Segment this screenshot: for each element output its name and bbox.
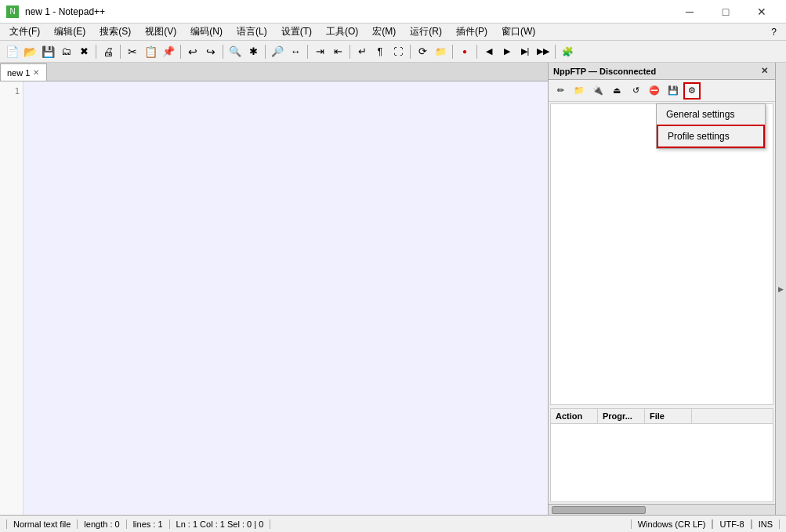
tb-outdent[interactable]: ⇤ bbox=[329, 43, 346, 60]
tb-indent[interactable]: ⇥ bbox=[311, 43, 328, 60]
status-encoding: UTF-8 bbox=[712, 519, 751, 529]
sep7 bbox=[350, 45, 350, 59]
expand-icon: ▶ bbox=[778, 285, 784, 293]
ftp-connect-btn[interactable]: 🔌 bbox=[589, 82, 607, 100]
tb-print[interactable]: 🖨 bbox=[100, 43, 117, 60]
menu-settings[interactable]: 设置(T) bbox=[275, 24, 318, 40]
tb-close[interactable]: ✖ bbox=[75, 43, 92, 60]
menu-encoding[interactable]: 编码(N) bbox=[184, 24, 229, 40]
status-line-ending: Windows (CR LF) bbox=[631, 519, 713, 529]
tb-filebrowser[interactable]: 📁 bbox=[432, 43, 449, 60]
tb-search[interactable]: 🔎 bbox=[269, 43, 286, 60]
sep11 bbox=[555, 45, 556, 59]
tab-close-btn[interactable]: ✕ bbox=[33, 68, 39, 77]
menu-file[interactable]: 文件(F) bbox=[3, 24, 46, 40]
sep3 bbox=[180, 45, 181, 59]
menu-help[interactable]: ? bbox=[765, 25, 783, 39]
menu-search[interactable]: 搜索(S) bbox=[93, 24, 137, 40]
tb-new[interactable]: 📄 bbox=[3, 43, 20, 60]
menu-edit[interactable]: 编辑(E) bbox=[48, 24, 92, 40]
ftp-log-area: Action Progr... File bbox=[550, 408, 773, 502]
menu-run[interactable]: 运行(R) bbox=[404, 24, 448, 40]
sep6 bbox=[307, 45, 308, 59]
ftp-disconnect-btn[interactable]: ⏏ bbox=[608, 82, 625, 100]
line-numbers: 1 bbox=[0, 81, 24, 515]
line-number: 1 bbox=[0, 85, 20, 99]
tb-extra1[interactable]: ◀ bbox=[480, 43, 498, 60]
sep10 bbox=[476, 45, 477, 59]
sep8 bbox=[410, 45, 411, 59]
ftp-title-bar: NppFTP — Disconnected ✕ bbox=[549, 63, 775, 80]
editor-text-area[interactable] bbox=[24, 81, 548, 515]
tab-new1[interactable]: new 1 ✕ bbox=[0, 63, 47, 81]
status-mode: INS bbox=[752, 519, 780, 529]
menu-macro[interactable]: 宏(M) bbox=[366, 24, 402, 40]
tb-undo[interactable]: ↩ bbox=[184, 43, 201, 60]
tb-save-all[interactable]: 🗂 bbox=[57, 43, 74, 60]
app-icon: N bbox=[6, 5, 19, 18]
tb-wordwrap[interactable]: ↵ bbox=[353, 43, 371, 60]
tb-extra2[interactable]: ▶ bbox=[498, 43, 516, 60]
tb-save[interactable]: 💾 bbox=[39, 43, 56, 60]
menu-bar: 文件(F) 编辑(E) 搜索(S) 视图(V) 编码(N) 语言(L) 设置(T… bbox=[0, 24, 786, 41]
maximize-button[interactable]: □ bbox=[708, 0, 744, 24]
settings-dropdown: General settings Profile settings bbox=[656, 103, 766, 149]
status-filetype: Normal text file bbox=[6, 519, 78, 529]
tb-plugin[interactable]: 🧩 bbox=[559, 43, 576, 60]
tb-cut[interactable]: ✂ bbox=[124, 43, 141, 60]
tb-copy[interactable]: 📋 bbox=[142, 43, 159, 60]
tb-open[interactable]: 📂 bbox=[21, 43, 38, 60]
tb-redo[interactable]: ↪ bbox=[202, 43, 219, 60]
menu-window[interactable]: 窗口(W) bbox=[495, 24, 542, 40]
ftp-folder-btn[interactable]: 📁 bbox=[570, 82, 588, 100]
tb-replace[interactable]: ↔ bbox=[287, 43, 304, 60]
tab-label: new 1 bbox=[7, 68, 30, 78]
right-expand-panel[interactable]: ▶ bbox=[775, 63, 786, 515]
tb-fullscreen[interactable]: ⛶ bbox=[389, 43, 407, 60]
editor-area: new 1 ✕ 1 bbox=[0, 63, 548, 515]
scrollbar-thumb[interactable] bbox=[552, 506, 646, 514]
main-area: new 1 ✕ 1 NppFTP — Disconnected ✕ ✏ 📁 🔌 … bbox=[0, 63, 786, 515]
tb-extra3[interactable]: ▶| bbox=[516, 43, 534, 60]
ftp-title: NppFTP — Disconnected bbox=[553, 67, 755, 76]
ftp-panel: NppFTP — Disconnected ✕ ✏ 📁 🔌 ⏏ ↺ ⛔ 💾 ⚙ … bbox=[548, 63, 775, 515]
sep4 bbox=[223, 45, 223, 59]
window-controls: ─ □ ✕ bbox=[672, 0, 780, 24]
sep5 bbox=[265, 45, 266, 59]
status-bar: Normal text file length : 0 lines : 1 Ln… bbox=[0, 515, 786, 532]
ftp-close-button[interactable]: ✕ bbox=[758, 65, 770, 78]
tb-macro-rec[interactable]: ● bbox=[456, 43, 473, 60]
tb-sync[interactable]: ⟳ bbox=[414, 43, 431, 60]
ftp-pencil-btn[interactable]: ✏ bbox=[552, 82, 569, 100]
menu-plugin[interactable]: 插件(P) bbox=[450, 24, 494, 40]
menu-language[interactable]: 语言(L) bbox=[230, 24, 273, 40]
tb-extra4[interactable]: ▶▶ bbox=[534, 43, 552, 60]
ftp-col-progress: Progr... bbox=[598, 409, 645, 423]
tb-paste[interactable]: 📌 bbox=[160, 43, 177, 60]
status-length: length : 0 bbox=[78, 519, 126, 529]
ftp-col-action: Action bbox=[551, 409, 598, 423]
ftp-settings-btn[interactable]: ⚙ bbox=[683, 82, 701, 100]
profile-settings-item[interactable]: Profile settings bbox=[657, 125, 765, 148]
ftp-cache-btn[interactable]: 💾 bbox=[665, 82, 682, 100]
editor-content: 1 bbox=[0, 81, 548, 515]
minimize-button[interactable]: ─ bbox=[672, 0, 708, 24]
menu-view[interactable]: 视图(V) bbox=[139, 24, 183, 40]
menu-tools[interactable]: 工具(O) bbox=[320, 24, 364, 40]
ftp-refresh-btn[interactable]: ↺ bbox=[627, 82, 644, 100]
status-position: Ln : 1 Col : 1 Sel : 0 | 0 bbox=[170, 519, 271, 529]
tab-bar: new 1 ✕ bbox=[0, 63, 548, 81]
tb-mark[interactable]: ✱ bbox=[244, 43, 262, 60]
settings-icon: ⚙ bbox=[688, 85, 696, 96]
close-button[interactable]: ✕ bbox=[744, 0, 780, 24]
tb-zoom-in[interactable]: 🔍 bbox=[226, 43, 244, 60]
title-bar-left: N new 1 - Notepad++ bbox=[6, 5, 105, 18]
ftp-abort-btn[interactable]: ⛔ bbox=[646, 82, 663, 100]
sep1 bbox=[96, 45, 96, 59]
sep2 bbox=[120, 45, 121, 59]
general-settings-item[interactable]: General settings bbox=[657, 104, 765, 125]
ftp-scrollbar[interactable] bbox=[549, 504, 775, 515]
ftp-log-header: Action Progr... File bbox=[551, 409, 773, 424]
ftp-toolbar: ✏ 📁 🔌 ⏏ ↺ ⛔ 💾 ⚙ bbox=[549, 80, 775, 102]
tb-allchars[interactable]: ¶ bbox=[371, 43, 389, 60]
